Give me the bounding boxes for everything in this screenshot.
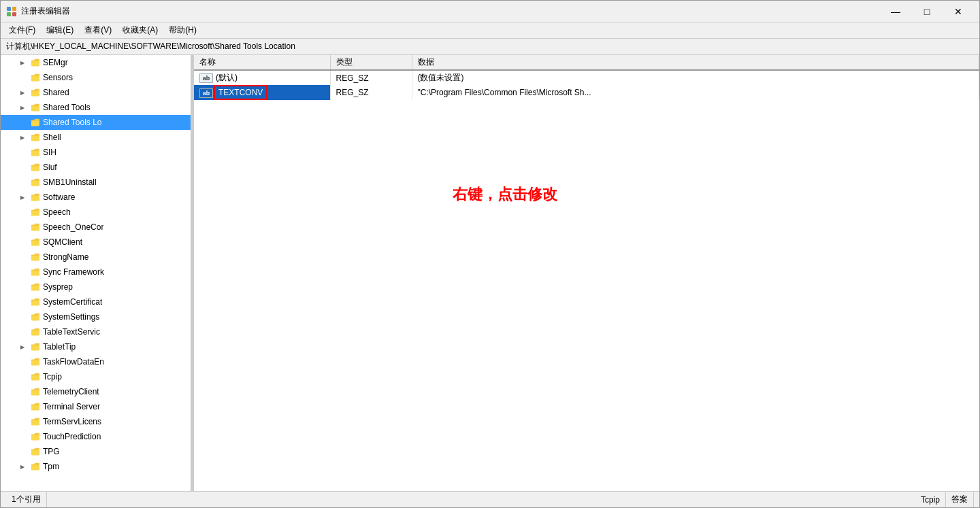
expand-button[interactable] xyxy=(17,117,28,128)
status-far-right: 答案 xyxy=(946,492,974,507)
expand-button[interactable] xyxy=(17,446,28,457)
menu-item-h[interactable]: 帮助(H) xyxy=(163,22,202,38)
tree-item[interactable]: TermServLicens xyxy=(1,414,191,429)
tree-item-label: StrongName xyxy=(43,252,88,262)
expand-button[interactable] xyxy=(17,431,28,442)
folder-icon xyxy=(30,387,41,396)
expand-button[interactable] xyxy=(17,72,28,83)
expand-button[interactable] xyxy=(17,356,28,367)
tree-item[interactable]: SIH xyxy=(1,145,191,160)
expand-button[interactable] xyxy=(17,207,28,218)
expand-button[interactable]: ▶ xyxy=(17,341,28,352)
svg-rect-0 xyxy=(7,7,11,11)
expand-button[interactable]: ▶ xyxy=(17,132,28,143)
folder-icon xyxy=(30,118,41,127)
folder-icon xyxy=(30,447,41,456)
tree-item-label: SystemSettings xyxy=(43,312,99,322)
folder-icon xyxy=(30,327,41,337)
expand-button[interactable] xyxy=(17,267,28,277)
tree-item[interactable]: Sensors xyxy=(1,70,191,85)
tree-item[interactable]: Tcpip xyxy=(1,369,191,384)
expand-button[interactable]: ▶ xyxy=(17,192,28,203)
expand-button[interactable] xyxy=(17,371,28,382)
maximize-button[interactable]: □ xyxy=(911,1,943,22)
expand-button[interactable] xyxy=(17,311,28,322)
tree-panel[interactable]: ▶ SEMgr Sensors▶ Shared▶ Shared Tools Sh… xyxy=(1,55,191,491)
tree-item[interactable]: TaskFlowDataEn xyxy=(1,354,191,369)
table-row[interactable]: ab(默认)REG_SZ(数值未设置) xyxy=(194,70,979,85)
expand-button[interactable] xyxy=(17,222,28,233)
expand-button[interactable] xyxy=(17,297,28,307)
cell-data: "C:\Program Files\Common Files\Microsoft… xyxy=(412,85,979,100)
tree-item[interactable]: Speech xyxy=(1,205,191,220)
expand-button[interactable] xyxy=(17,282,28,292)
expand-button[interactable]: ▶ xyxy=(17,57,28,68)
expand-button[interactable] xyxy=(17,326,28,337)
expand-button[interactable]: ▶ xyxy=(17,461,28,472)
tree-item-label: SMB1Uninstall xyxy=(43,177,97,187)
tree-item[interactable]: TouchPrediction xyxy=(1,429,191,444)
folder-icon xyxy=(30,342,41,352)
folder-icon xyxy=(30,207,41,217)
expand-button[interactable] xyxy=(17,162,28,173)
tree-item[interactable]: SQMClient xyxy=(1,235,191,250)
annotation-text: 右键，点击修改 xyxy=(453,184,557,205)
tree-item[interactable]: TPG xyxy=(1,444,191,459)
table-row[interactable]: abTEXTCONVREG_SZ"C:\Program Files\Common… xyxy=(194,85,979,100)
menu-bar: 文件(F)编辑(E)查看(V)收藏夹(A)帮助(H) xyxy=(1,22,979,39)
menu-item-e[interactable]: 编辑(E) xyxy=(41,22,79,38)
tree-item[interactable]: ▶ SEMgr xyxy=(1,55,191,70)
tree-item[interactable]: Terminal Server xyxy=(1,399,191,414)
tree-item[interactable]: ▶ Shared xyxy=(1,85,191,100)
tree-item[interactable]: ▶ Shared Tools xyxy=(1,100,191,115)
tree-item[interactable]: ▶ TabletTip xyxy=(1,339,191,354)
folder-icon xyxy=(30,222,41,232)
tree-item-label: Siuf xyxy=(43,163,57,172)
tree-item-label: Software xyxy=(43,192,75,202)
menu-item-v[interactable]: 查看(V) xyxy=(79,22,117,38)
tree-item[interactable]: StrongName xyxy=(1,250,191,265)
tree-item[interactable]: TelemetryClient xyxy=(1,384,191,399)
cell-type: REG_SZ xyxy=(330,85,412,100)
tree-item-label: Tcpip xyxy=(43,372,62,382)
tree-item-label: Sysprep xyxy=(43,282,73,292)
tree-item-label: SQMClient xyxy=(43,237,82,247)
address-text: 计算机\HKEY_LOCAL_MACHINE\SOFTWARE\Microsof… xyxy=(6,41,295,52)
tree-item[interactable]: Sync Framework xyxy=(1,265,191,280)
expand-button[interactable]: ▶ xyxy=(17,87,28,98)
tree-item-label: Sync Framework xyxy=(43,267,104,277)
folder-icon xyxy=(30,73,41,82)
tree-item[interactable]: Speech_OneCor xyxy=(1,220,191,235)
folder-icon xyxy=(30,312,41,322)
close-button[interactable]: ✕ xyxy=(943,1,974,22)
tree-item[interactable]: Siuf xyxy=(1,160,191,175)
tree-item[interactable]: SystemCertificat xyxy=(1,294,191,309)
tree-item[interactable]: SystemSettings xyxy=(1,309,191,324)
expand-button[interactable] xyxy=(17,147,28,158)
expand-button[interactable] xyxy=(17,386,28,397)
tree-item[interactable]: Sysprep xyxy=(1,280,191,294)
col-name[interactable]: 名称 xyxy=(194,55,330,70)
col-data[interactable]: 数据 xyxy=(412,55,979,70)
menu-item-f[interactable]: 文件(F) xyxy=(3,22,41,38)
expand-button[interactable] xyxy=(17,252,28,263)
expand-button[interactable] xyxy=(17,177,28,188)
svg-rect-3 xyxy=(12,12,16,16)
tree-item[interactable]: ▶ Tpm xyxy=(1,459,191,474)
tree-item[interactable]: ▶ Software xyxy=(1,190,191,205)
col-type[interactable]: 类型 xyxy=(330,55,412,70)
minimize-button[interactable]: — xyxy=(880,1,911,22)
expand-button[interactable] xyxy=(17,237,28,248)
expand-button[interactable] xyxy=(17,416,28,427)
expand-button[interactable] xyxy=(17,401,28,412)
menu-item-a[interactable]: 收藏夹(A) xyxy=(117,22,163,38)
expand-button[interactable]: ▶ xyxy=(17,102,28,113)
window-title: 注册表编辑器 xyxy=(21,5,880,17)
tree-item[interactable]: SMB1Uninstall xyxy=(1,175,191,190)
main-window: 注册表编辑器 — □ ✕ 文件(F)编辑(E)查看(V)收藏夹(A)帮助(H) … xyxy=(0,0,980,508)
tree-item[interactable]: Shared Tools Lo xyxy=(1,115,191,130)
tree-item[interactable]: ▶ Shell xyxy=(1,130,191,145)
tree-item-label: TouchPrediction xyxy=(43,432,101,441)
tree-item[interactable]: TableTextServic xyxy=(1,324,191,339)
main-area: ▶ SEMgr Sensors▶ Shared▶ Shared Tools Sh… xyxy=(1,55,979,491)
